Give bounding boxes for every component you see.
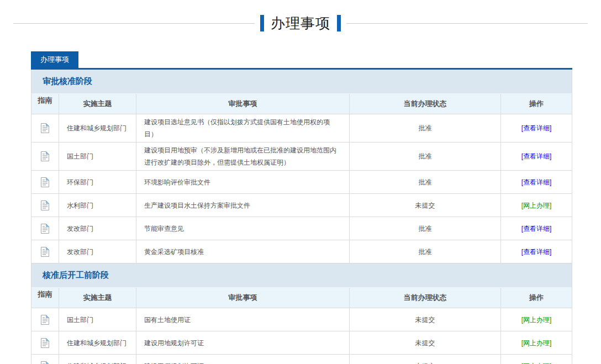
- action-link[interactable]: [查看详细]: [521, 150, 552, 162]
- table-row: 发改部门 黄金采选矿项目核准 批准 [查看详细]: [31, 240, 572, 263]
- column-header-department: 实施主题: [59, 94, 136, 114]
- guide-cell: [31, 240, 59, 263]
- item-cell: 建设项目选址意见书（仅指以划拨方式提供国有土地使用权的项目）: [136, 114, 350, 142]
- status-cell: 批准: [350, 217, 501, 240]
- column-header-guide: 指南: [31, 288, 59, 308]
- guide-document-icon[interactable]: [41, 315, 49, 325]
- department-cell: 国土部门: [59, 143, 136, 170]
- guide-document-icon[interactable]: [41, 201, 49, 210]
- status-cell: 批准: [350, 143, 501, 170]
- guide-document-icon[interactable]: [41, 338, 49, 348]
- page-title-group: 办理事项: [255, 12, 346, 34]
- guide-document-icon[interactable]: [41, 247, 49, 257]
- status-cell: 未提交: [350, 355, 501, 364]
- action-link[interactable]: [查看详细]: [521, 122, 552, 134]
- table-row: 发改部门 节能审查意见 批准 [查看详细]: [31, 217, 572, 240]
- column-header-item: 审批事项: [136, 94, 350, 114]
- tab-banli-shixiang[interactable]: 办理事项: [31, 51, 78, 68]
- status-cell: 未提交: [350, 194, 501, 217]
- table-header-row: 指南 实施主题 审批事项 当前办理状态 操作: [31, 287, 572, 308]
- column-header-action: 操作: [501, 288, 572, 308]
- department-cell: 水利部门: [59, 194, 136, 217]
- column-header-department: 实施主题: [59, 288, 136, 308]
- action-link[interactable]: [网上办理]: [521, 360, 552, 364]
- action-link[interactable]: [查看详细]: [521, 246, 552, 258]
- tab-bar: 办理事项: [31, 51, 572, 70]
- department-cell: 发改部门: [59, 240, 136, 263]
- status-cell: 批准: [350, 114, 501, 142]
- item-cell: 节能审查意见: [136, 217, 350, 240]
- action-link[interactable]: [网上办理]: [521, 199, 552, 212]
- guide-document-icon[interactable]: [41, 151, 49, 161]
- guide-cell: [31, 331, 59, 354]
- guide-document-icon[interactable]: [41, 177, 49, 187]
- title-accent-bar-left: [260, 15, 264, 31]
- table-row: 环保部门 环境影响评价审批文件 批准 [查看详细]: [31, 171, 572, 194]
- page-header: 办理事项: [13, 12, 588, 34]
- table-header-row: 指南 实施主题 审批事项 当前办理状态 操作: [31, 93, 572, 114]
- item-cell: 黄金采选矿项目核准: [136, 240, 350, 263]
- status-cell: 未提交: [350, 308, 501, 331]
- items-table: 审批核准阶段 指南 实施主题 审批事项 当前办理状态 操作 住建和城乡规划部门 …: [31, 70, 572, 364]
- item-cell: 国有土地使用证: [136, 308, 350, 331]
- column-header-item: 审批事项: [136, 288, 350, 308]
- divider-line-right: [346, 23, 588, 24]
- table-row: 国土部门 国有土地使用证 未提交 [网上办理]: [31, 308, 572, 331]
- department-cell: 住建和城乡规划部门: [59, 114, 136, 142]
- table-row: 住建和城乡规划部门 建设工程规划许可证 未提交 [网上办理]: [31, 355, 572, 364]
- item-cell: 环境影响评价审批文件: [136, 171, 350, 193]
- action-link[interactable]: [查看详细]: [521, 176, 552, 188]
- table-row: 住建和城乡规划部门 建设项目选址意见书（仅指以划拨方式提供国有土地使用权的项目）…: [31, 114, 572, 143]
- table-row: 住建和城乡规划部门 建设用地规划许可证 未提交 [网上办理]: [31, 331, 572, 355]
- guide-document-icon[interactable]: [41, 123, 49, 133]
- guide-cell: [31, 114, 59, 142]
- title-accent-bar-right: [337, 15, 341, 31]
- item-cell: 建设项目用地预审（不涉及新增用地或在已批准的建设用地范围内进行改扩建的项目除外，…: [136, 143, 350, 170]
- department-cell: 环保部门: [59, 171, 136, 193]
- item-cell: 建设用地规划许可证: [136, 331, 350, 354]
- column-header-status: 当前办理状态: [350, 94, 501, 114]
- status-cell: 未提交: [350, 331, 501, 354]
- action-link[interactable]: [网上办理]: [521, 314, 552, 326]
- guide-document-icon[interactable]: [41, 224, 49, 234]
- section-header-approval-stage: 审批核准阶段: [31, 70, 572, 93]
- table-row: 水利部门 生产建设项目水土保持方案审批文件 未提交 [网上办理]: [31, 194, 572, 217]
- page-title: 办理事项: [271, 12, 330, 34]
- divider-line-left: [13, 23, 255, 24]
- main-content: 办理事项 审批核准阶段 指南 实施主题 审批事项 当前办理状态 操作 住建和城乡…: [31, 51, 572, 364]
- section-header-pre-construction-stage: 核准后开工前阶段: [31, 263, 572, 287]
- item-cell: 建设工程规划许可证: [136, 355, 350, 364]
- action-link[interactable]: [网上办理]: [521, 337, 552, 349]
- column-header-status: 当前办理状态: [350, 288, 501, 308]
- guide-cell: [31, 194, 59, 217]
- table-row: 国土部门 建设项目用地预审（不涉及新增用地或在已批准的建设用地范围内进行改扩建的…: [31, 143, 572, 171]
- status-cell: 批准: [350, 171, 501, 193]
- guide-document-icon[interactable]: [41, 361, 49, 364]
- guide-cell: [31, 308, 59, 331]
- department-cell: 发改部门: [59, 217, 136, 240]
- department-cell: 住建和城乡规划部门: [59, 355, 136, 364]
- guide-cell: [31, 143, 59, 170]
- department-cell: 住建和城乡规划部门: [59, 331, 136, 354]
- guide-cell: [31, 355, 59, 364]
- column-header-guide: 指南: [31, 94, 59, 114]
- action-link[interactable]: [查看详细]: [521, 223, 552, 235]
- guide-cell: [31, 171, 59, 193]
- item-cell: 生产建设项目水土保持方案审批文件: [136, 194, 350, 217]
- department-cell: 国土部门: [59, 308, 136, 331]
- column-header-action: 操作: [501, 94, 572, 114]
- status-cell: 批准: [350, 240, 501, 263]
- guide-cell: [31, 217, 59, 240]
